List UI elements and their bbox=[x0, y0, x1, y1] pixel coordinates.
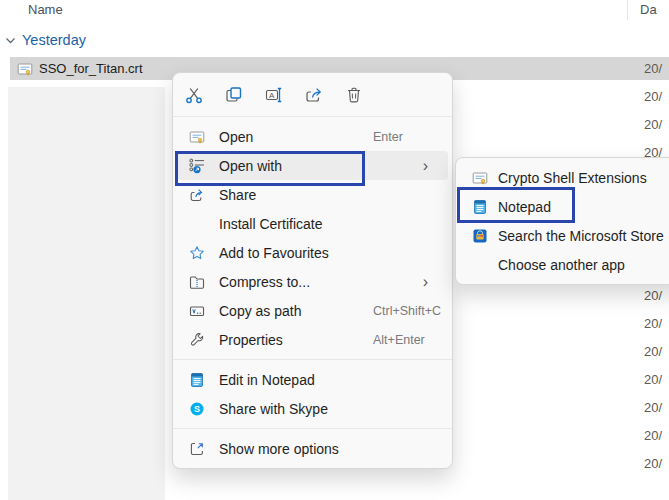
menu-item-label: Crypto Shell Extensions bbox=[498, 170, 647, 186]
copy-icon bbox=[224, 85, 244, 105]
context-menu: A bbox=[172, 72, 453, 469]
menu-item-show-more-options[interactable]: Show more options bbox=[177, 434, 448, 463]
date-cell: 20/ bbox=[644, 400, 667, 416]
date-cell: 20/ bbox=[644, 89, 667, 105]
menu-shortcut: Alt+Enter bbox=[373, 333, 425, 347]
menu-item-label: Search the Microsoft Store bbox=[498, 228, 664, 244]
date-cell-selected: 20/ bbox=[644, 61, 667, 77]
notepad-icon bbox=[189, 372, 205, 388]
menu-item-label: Notepad bbox=[498, 199, 551, 215]
menu-item-open-with[interactable]: Open with › bbox=[177, 151, 448, 180]
star-icon bbox=[189, 245, 205, 261]
context-menu-toolbar: A bbox=[173, 73, 452, 116]
rename-button[interactable]: A bbox=[254, 77, 294, 113]
wrench-icon bbox=[189, 332, 205, 348]
date-cell: 20/ bbox=[644, 117, 667, 133]
date-cell: 20/ bbox=[644, 428, 667, 444]
menu-item-compress-to[interactable]: Compress to... › bbox=[177, 267, 448, 296]
svg-text:S: S bbox=[194, 404, 200, 414]
group-label: Yesterday bbox=[22, 32, 86, 48]
file-list-area[interactable] bbox=[8, 87, 165, 500]
menu-item-label: Add to Favourites bbox=[219, 245, 329, 261]
submenu-item-search-microsoft-store[interactable]: Search the Microsoft Store bbox=[460, 221, 669, 250]
rename-icon: A bbox=[264, 85, 284, 105]
menu-item-label: Open with bbox=[219, 158, 282, 174]
share-icon bbox=[304, 85, 324, 105]
menu-item-share[interactable]: Share bbox=[177, 180, 448, 209]
menu-item-properties[interactable]: Properties Alt+Enter bbox=[177, 325, 448, 354]
chevron-down-icon[interactable] bbox=[4, 34, 17, 47]
menu-item-label: Properties bbox=[219, 332, 283, 348]
submenu-item-crypto-shell-extensions[interactable]: Crypto Shell Extensions bbox=[460, 163, 669, 192]
column-header-name[interactable]: Name bbox=[28, 2, 63, 17]
column-header-date[interactable]: Da bbox=[640, 2, 669, 17]
certificate-icon bbox=[472, 170, 488, 186]
menu-section-main: Open Enter Open with › bbox=[173, 117, 452, 359]
notepad-icon bbox=[472, 199, 488, 215]
copy-path-icon bbox=[189, 303, 205, 319]
file-name: SSO_for_Titan.crt bbox=[39, 61, 143, 76]
menu-item-label: Compress to... bbox=[219, 274, 310, 290]
menu-item-label: Share with Skype bbox=[219, 401, 328, 417]
date-cell: 20/ bbox=[644, 456, 667, 472]
menu-shortcut: Ctrl+Shift+C bbox=[373, 304, 441, 318]
file-explorer-screen: Name Da Yesterday SSO_for_Titan.crt 20/ … bbox=[0, 0, 669, 500]
group-header-yesterday[interactable]: Yesterday bbox=[4, 32, 86, 48]
menu-section-apps: Edit in Notepad S Share with Skype bbox=[173, 360, 452, 428]
menu-section-more: Show more options bbox=[173, 429, 452, 468]
menu-item-add-to-favourites[interactable]: Add to Favourites bbox=[177, 238, 448, 267]
date-cell: 20/ bbox=[644, 288, 667, 304]
share-button[interactable] bbox=[294, 77, 334, 113]
certificate-icon bbox=[189, 129, 205, 145]
menu-item-label: Copy as path bbox=[219, 303, 302, 319]
menu-item-label: Share bbox=[219, 187, 256, 203]
delete-button[interactable] bbox=[334, 77, 374, 113]
zip-folder-icon bbox=[189, 274, 205, 290]
certificate-file-icon bbox=[17, 61, 33, 77]
menu-item-label: Choose another app bbox=[498, 257, 625, 273]
menu-item-install-certificate[interactable]: Install Certificate bbox=[177, 209, 448, 238]
menu-item-label: Open bbox=[219, 129, 253, 145]
open-with-submenu: Crypto Shell Extensions Notepad bbox=[455, 157, 669, 285]
submenu-chevron-icon: › bbox=[423, 274, 428, 290]
share-icon bbox=[189, 187, 205, 203]
date-cell: 20/ bbox=[644, 344, 667, 360]
svg-text:A: A bbox=[269, 90, 275, 99]
menu-item-label: Show more options bbox=[219, 441, 339, 457]
cut-button[interactable] bbox=[174, 77, 214, 113]
column-divider bbox=[627, 0, 628, 20]
menu-shortcut: Enter bbox=[373, 130, 403, 144]
menu-item-share-with-skype[interactable]: S Share with Skype bbox=[177, 394, 448, 423]
date-cell: 20/ bbox=[644, 372, 667, 388]
submenu-item-choose-another-app[interactable]: Choose another app bbox=[460, 250, 669, 279]
menu-item-edit-in-notepad[interactable]: Edit in Notepad bbox=[177, 365, 448, 394]
microsoft-store-icon bbox=[472, 228, 488, 244]
expand-icon bbox=[189, 441, 205, 457]
copy-button[interactable] bbox=[214, 77, 254, 113]
submenu-chevron-icon: › bbox=[423, 158, 428, 174]
menu-item-label: Edit in Notepad bbox=[219, 372, 315, 388]
skype-icon: S bbox=[189, 401, 205, 417]
menu-item-label: Install Certificate bbox=[219, 216, 322, 232]
submenu-item-notepad[interactable]: Notepad bbox=[460, 192, 669, 221]
date-cell: 20/ bbox=[644, 316, 667, 332]
delete-icon bbox=[344, 85, 364, 105]
menu-item-copy-as-path[interactable]: Copy as path Ctrl+Shift+C bbox=[177, 296, 448, 325]
open-with-icon bbox=[189, 158, 205, 174]
menu-item-open[interactable]: Open Enter bbox=[177, 122, 448, 151]
cut-icon bbox=[184, 85, 204, 105]
